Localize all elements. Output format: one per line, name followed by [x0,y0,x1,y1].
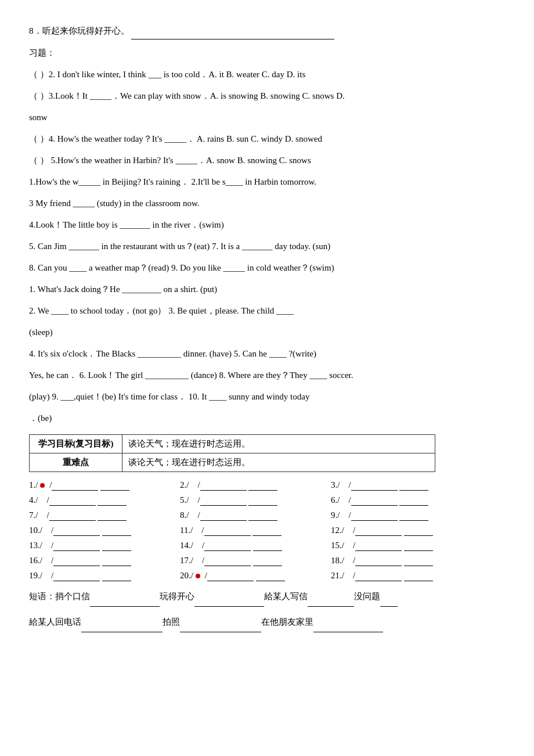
num-1: 1./ / [29,480,180,491]
num-20: 20./ / [180,571,331,581]
num-row-1: 1./ / 2./ / 3./ / [29,480,505,491]
num-8: 8./ / [180,510,331,521]
fill-8-9: 8. Can you ____ a weather map？(read) 9. … [29,260,505,276]
sleep-label: (sleep) [29,325,505,340]
num-17: 17./ / [180,556,331,566]
num-18: 18./ / [331,556,482,566]
num-21: 21./ / [331,571,482,581]
num-2: 2./ / [180,480,331,491]
question-8: 8．听起来你玩得好开心。 [29,23,505,39]
table-val-1: 谈论天气；现在进行时态运用。 [122,435,435,453]
num-row-3: 7./ / 8./ / 9./ / [29,510,505,521]
table-row-1: 学习目标(复习目标) 谈论天气；现在进行时态运用。 [30,435,435,453]
num-15: 15./ / [331,541,482,551]
num-13: 13./ / [29,541,180,551]
fill-5-7: 5. Can Jim _______ in the restaurant wit… [29,239,505,254]
num-5: 5./ / [180,495,331,506]
fill-4: 4.Look！The little boy is _______ in the … [29,217,505,233]
question-5: （ ） 5.How's the weather in Harbin? It's … [29,153,505,168]
q8-text: 8．听起来你玩得好开心。 [29,26,129,35]
numbering-grid: 1./ / 2./ / 3./ / 4./ / 5./ / 6./ / 7./ … [29,480,505,581]
fill-play: (play) 9. ___,quiet！(be) It's time for c… [29,389,505,405]
fill-1: 1.How's the w_____ in Beijing? It's rain… [29,174,505,190]
num-12: 12./ / [331,525,482,536]
question-3b: sonw [29,110,505,125]
q8-blank [131,23,334,39]
num-19: 19./ / [29,571,180,581]
num-6: 6./ / [331,495,482,506]
phrases-label: 短语： [29,592,55,601]
table-label-2: 重难点 [30,453,122,472]
num-4: 4./ / [29,495,180,506]
num-row-5: 13./ / 14./ / 15./ / [29,541,505,551]
xiti-label: 习题： [29,45,505,61]
fill-4b-5b: 4. It's six o'clock．The Blacks _________… [29,346,505,362]
fill-1b: 1. What's Jack doing？He _________ on a s… [29,282,505,297]
fill-2-3: 2. We ____ to school today．(not go） 3. B… [29,303,505,319]
fill-yes: Yes, he can． 6. Look！The girl __________… [29,368,505,383]
table-row-2: 重难点 谈论天气；现在进行时态运用。 [30,453,435,472]
page-content: 8．听起来你玩得好开心。 习题： （ ）2. I don't like wint… [29,23,505,632]
num-16: 16./ / [29,556,180,566]
num-row-4: 10./ / 11./ / 12./ / [29,525,505,536]
fill-be: ．(be) [29,411,505,426]
num-row-2: 4./ / 5./ / 6./ / [29,495,505,506]
study-table: 学习目标(复习目标) 谈论天气；现在进行时态运用。 重难点 谈论天气；现在进行时… [29,434,435,472]
question-4: （ ）4. How's the weather today？It's _____… [29,131,505,147]
num-row-6: 16./ / 17./ / 18./ / [29,556,505,566]
phrases-section: 短语：捎个口信 玩得开心 給某人写信 没问题 [29,587,505,607]
num-11: 11./ / [180,525,331,536]
num-7: 7./ / [29,510,180,521]
num-10: 10./ / [29,525,180,536]
fill-3: 3 My friend _____ (study) in the classro… [29,196,505,211]
num-9: 9./ / [331,510,482,521]
phrases-row2: 給某人回电话 拍照 在他朋友家里 [29,613,505,632]
num-3: 3./ / [331,480,482,491]
table-val-2: 谈论天气；现在进行时态运用。 [122,453,435,472]
question-3a: （ ）3.Look！It _____．We can play with snow… [29,88,505,104]
question-2: （ ）2. I don't like winter, I think ___ i… [29,67,505,82]
num-row-7: 19./ / 20./ / 21./ / [29,571,505,581]
table-label-1: 学习目标(复习目标) [30,435,122,453]
num-14: 14./ / [180,541,331,551]
